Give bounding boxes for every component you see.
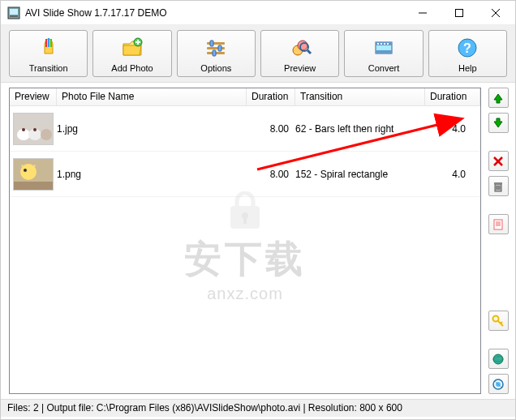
info-button[interactable] [488,374,509,394]
svg-point-20 [298,41,307,50]
svg-line-22 [307,50,311,54]
svg-rect-2 [10,15,18,17]
svg-point-37 [33,128,37,131]
col-transition[interactable]: Transition [295,88,425,105]
help-label: Help [458,63,477,73]
convert-icon [371,35,397,61]
preview-label: Preview [284,63,316,73]
cell-duration: 8.00 [247,169,295,180]
svg-rect-7 [45,39,47,47]
grid-header: Preview Photo File Name Duration Transit… [10,88,480,106]
delete-button[interactable] [488,151,509,171]
svg-rect-18 [213,50,216,56]
svg-rect-53 [494,220,502,229]
cell-duration: 8.00 [247,123,295,135]
col-duration[interactable]: Duration [247,88,295,105]
convert-button[interactable]: Convert [344,30,423,77]
svg-rect-13 [207,42,225,45]
svg-rect-17 [218,45,221,51]
help-icon: ? [454,35,480,61]
convert-label: Convert [368,63,400,73]
transition-button[interactable]: Transition [9,30,88,77]
svg-rect-26 [377,43,379,45]
options-button[interactable]: Options [177,30,256,77]
window-controls [404,1,514,24]
close-button[interactable] [477,1,514,24]
svg-rect-49 [494,182,502,184]
cell-duration2: 4.0 [425,123,480,135]
svg-text:?: ? [463,41,471,55]
svg-point-60 [493,354,503,364]
cell-filename: 1.jpg [57,123,247,135]
preview-button[interactable]: Preview [260,30,339,77]
transition-label: Transition [29,63,68,73]
titlebar: AVI Slide Show 1.7.17.17 DEMO [1,1,515,25]
cell-transition: 62 - Bars left then right [295,123,425,135]
svg-rect-25 [376,50,392,54]
watermark: 安下载 anxz.com [184,191,306,303]
svg-rect-39 [14,182,53,190]
svg-point-43 [242,212,248,219]
properties-button[interactable] [488,214,509,234]
minimize-button[interactable] [404,1,441,24]
svg-rect-44 [243,217,247,224]
svg-rect-16 [210,41,213,46]
web-button[interactable] [488,349,509,369]
svg-rect-1 [10,9,18,15]
options-label: Options [200,63,231,73]
svg-rect-28 [384,43,385,45]
add-photo-label: Add Photo [111,63,153,73]
svg-point-36 [22,128,25,131]
svg-rect-14 [207,47,225,49]
svg-rect-4 [455,9,462,16]
svg-rect-27 [381,43,382,45]
help-button[interactable]: ? Help [428,30,507,77]
preview-icon [287,35,313,61]
thumbnail [13,113,54,145]
svg-rect-42 [230,206,260,229]
status-bar: Files: 2 | Output file: C:\Program Files… [1,399,515,417]
svg-rect-9 [50,39,52,47]
options-icon [203,35,229,61]
thumbnail [13,158,54,191]
table-row[interactable]: 1.jpg 8.00 62 - Bars left then right 4.0 [10,106,480,152]
main-area: Preview Photo File Name Duration Transit… [1,83,515,399]
clear-button[interactable] [488,176,509,196]
grid-wrap: Preview Photo File Name Duration Transit… [1,83,484,399]
add-photo-icon [119,35,145,61]
key-button[interactable] [488,311,509,331]
status-text: Files: 2 | Output file: C:\Program Files… [7,402,402,414]
app-icon [7,6,20,19]
maximize-button[interactable] [441,1,477,24]
add-photo-button[interactable]: Add Photo [92,30,171,77]
svg-point-35 [41,129,52,140]
col-duration2[interactable]: Duration [425,88,480,105]
move-down-button[interactable] [488,113,509,133]
svg-rect-8 [48,38,49,47]
col-filename[interactable]: Photo File Name [57,88,247,105]
transition-icon [36,35,62,61]
cell-filename: 1.png [57,169,247,180]
move-up-button[interactable] [488,88,509,108]
cell-duration2: 4.0 [425,169,480,180]
col-preview[interactable]: Preview [10,88,57,105]
svg-rect-29 [387,43,389,45]
svg-point-41 [24,169,27,172]
table-row[interactable]: 1.png 8.00 152 - Spiral rectangle 4.0 [10,152,480,197]
cell-transition: 152 - Spiral rectangle [295,169,425,180]
svg-line-59 [501,322,502,324]
photo-grid[interactable]: Preview Photo File Name Duration Transit… [9,88,481,394]
sidebar [484,83,515,399]
window-title: AVI Slide Show 1.7.17.17 DEMO [25,7,404,19]
main-toolbar: Transition Add Photo Options Preview Con… [1,25,515,83]
grid-body: 1.jpg 8.00 62 - Bars left then right 4.0… [10,106,480,197]
watermark-text2: anxz.com [184,285,306,303]
watermark-text1: 安下载 [184,234,306,285]
